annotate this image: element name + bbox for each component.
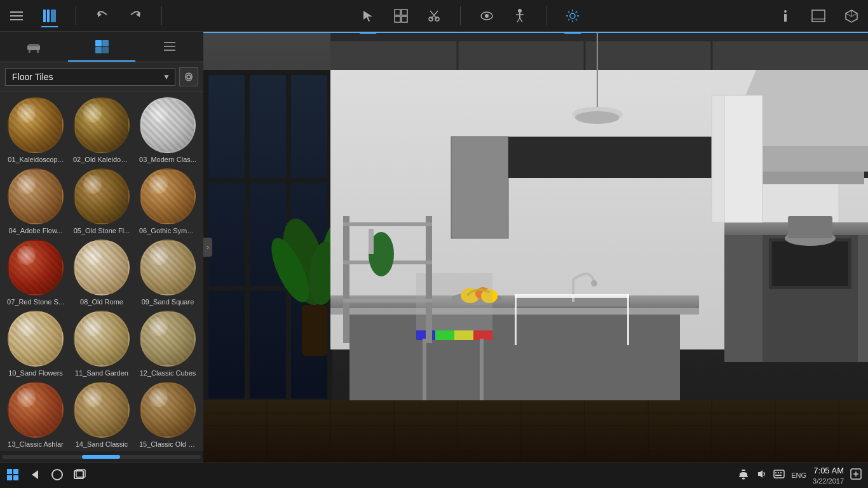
svg-rect-101 <box>473 330 492 340</box>
material-name-4: 04_Adobe Flow... <box>8 227 62 234</box>
svg-rect-99 <box>435 330 454 340</box>
svg-point-52 <box>187 75 191 79</box>
svg-rect-48 <box>102 47 109 53</box>
material-name-7: 07_Red Stone S... <box>7 298 64 306</box>
material-item-4[interactable]: 04_Adobe Flow... <box>5 168 66 234</box>
action-center-icon[interactable] <box>850 468 862 482</box>
viewport <box>203 32 868 463</box>
svg-rect-138 <box>7 469 12 474</box>
volume-icon[interactable] <box>756 468 767 482</box>
svg-rect-76 <box>508 137 566 178</box>
svg-rect-10 <box>402 10 407 15</box>
svg-rect-109 <box>343 299 432 302</box>
material-sphere-7 <box>8 240 64 295</box>
scrollbar-container[interactable] <box>0 451 203 463</box>
svg-rect-139 <box>13 469 18 474</box>
svg-line-39 <box>846 13 851 17</box>
settings-button[interactable] <box>179 67 198 86</box>
svg-rect-5 <box>51 10 56 22</box>
svg-line-23 <box>520 18 522 22</box>
taskbar: ENG 7:05 AM 3/22/2017 <box>0 463 868 488</box>
tab-list[interactable] <box>135 32 203 62</box>
keyboard-icon[interactable] <box>773 470 785 481</box>
tab-furniture[interactable] <box>0 32 68 62</box>
material-item-12[interactable]: 12_Classic Cubes <box>137 311 198 377</box>
material-sphere-4 <box>8 168 64 224</box>
svg-point-19 <box>518 9 522 13</box>
material-item-2[interactable]: 02_Old Kaleidosc... <box>71 97 132 163</box>
material-item-14[interactable]: 14_Sand Classic <box>71 382 132 448</box>
hamburger-menu-icon[interactable] <box>6 6 27 26</box>
material-item-5[interactable]: 05_Old Stone Fl... <box>71 168 132 234</box>
material-item-13[interactable]: 13_Classic Ashlar <box>5 382 66 448</box>
material-sphere-11 <box>74 311 130 367</box>
svg-rect-3 <box>43 10 46 22</box>
kitchen-scene[interactable] <box>203 32 868 463</box>
svg-rect-150 <box>774 470 784 478</box>
svg-line-15 <box>431 11 438 19</box>
material-sphere-13 <box>8 382 64 438</box>
svg-rect-105 <box>343 216 349 343</box>
notifications-icon[interactable] <box>738 468 749 482</box>
separator-2 <box>161 6 162 25</box>
separator-1 <box>76 6 76 25</box>
tab-materials[interactable] <box>68 32 136 62</box>
figure-icon[interactable] <box>510 6 530 26</box>
language-icon[interactable]: ENG <box>791 471 806 479</box>
svg-line-30 <box>576 19 577 20</box>
grid-arrange-icon[interactable] <box>391 6 411 26</box>
svg-rect-140 <box>7 475 12 480</box>
material-item-15[interactable]: 15_Classic Old C... <box>137 382 198 448</box>
material-item-11[interactable]: 11_Sand Garden <box>71 311 132 377</box>
material-item-1[interactable]: 01_Kaleidoscop... <box>5 97 66 163</box>
sidebar-expand-arrow[interactable]: › <box>203 238 212 257</box>
svg-rect-55 <box>330 32 868 41</box>
library-icon[interactable] <box>39 6 60 26</box>
svg-rect-106 <box>426 216 432 343</box>
viewport-active-line <box>203 32 868 33</box>
material-name-9: 09_Sand Square <box>142 298 194 306</box>
svg-rect-111 <box>369 229 374 254</box>
svg-rect-65 <box>203 178 330 183</box>
svg-rect-107 <box>343 222 432 226</box>
material-item-10[interactable]: 10_Sand Flowers <box>5 311 66 377</box>
svg-line-32 <box>568 19 569 20</box>
material-item-6[interactable]: 06_Gothic Symb... <box>137 168 198 234</box>
multitask-button[interactable] <box>73 468 86 484</box>
start-button[interactable] <box>6 468 19 484</box>
svg-rect-47 <box>95 47 102 53</box>
sun-icon[interactable] <box>562 6 583 26</box>
cursor-icon[interactable] <box>358 6 378 26</box>
material-name-11: 11_Sand Garden <box>75 369 128 377</box>
svg-marker-8 <box>363 11 372 22</box>
3d-cube-icon[interactable] <box>841 6 862 26</box>
material-name-15: 15_Classic Old C... <box>139 440 196 448</box>
material-item-3[interactable]: 03_Modern Clas... <box>137 97 198 163</box>
svg-point-24 <box>570 13 575 18</box>
category-dropdown[interactable]: Floor TilesWall TilesWoodStoneFabricMeta… <box>5 68 175 86</box>
svg-rect-12 <box>402 17 407 22</box>
screen-expand-icon[interactable] <box>808 6 829 26</box>
scrollbar-thumb[interactable] <box>82 455 120 459</box>
undo-icon[interactable] <box>92 6 112 26</box>
material-sphere-15 <box>140 382 196 438</box>
info-icon[interactable] <box>775 6 796 26</box>
scissors-icon[interactable] <box>424 6 444 26</box>
material-sphere-3 <box>140 97 196 153</box>
material-name-6: 06_Gothic Symb... <box>139 227 196 234</box>
redo-icon[interactable] <box>125 6 146 26</box>
svg-rect-34 <box>784 14 787 22</box>
svg-marker-6 <box>98 12 102 17</box>
material-item-7[interactable]: 07_Red Stone S... <box>5 240 66 306</box>
svg-rect-45 <box>95 40 102 46</box>
home-button[interactable] <box>51 468 64 484</box>
material-sphere-10 <box>8 311 64 367</box>
material-sphere-9 <box>140 240 196 295</box>
svg-rect-43 <box>29 50 31 53</box>
material-item-9[interactable]: 09_Sand Square <box>137 240 198 306</box>
eye-icon[interactable] <box>477 6 497 26</box>
back-button[interactable] <box>29 468 41 484</box>
scrollbar-track[interactable] <box>3 455 201 459</box>
material-sphere-14 <box>74 382 130 438</box>
material-item-8[interactable]: 08_Old Rome <box>71 240 132 306</box>
